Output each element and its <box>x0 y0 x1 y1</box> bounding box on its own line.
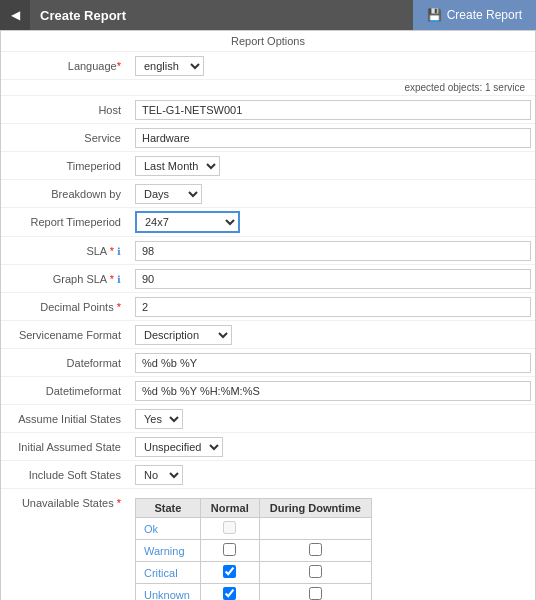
report-timeperiod-select[interactable]: 24x7 workhours non-workhours <box>135 211 240 233</box>
host-input[interactable] <box>135 100 531 120</box>
graph-sla-info-icon: ℹ <box>117 274 121 285</box>
warning-downtime-cell <box>259 540 371 562</box>
table-row: Ok <box>136 518 372 540</box>
section-title: Report Options <box>1 31 535 52</box>
unknown-downtime-checkbox[interactable] <box>309 587 322 600</box>
initial-assumed-state-row: Initial Assumed State Unspecified Ok War… <box>1 433 535 461</box>
initial-assumed-state-value: Unspecified Ok Warning Critical Unknown <box>131 434 535 460</box>
report-timeperiod-wrapper: 24x7 workhours non-workhours <box>135 211 531 233</box>
servicename-format-label: Servicename Format <box>1 325 131 345</box>
decimal-points-required: * <box>117 301 121 313</box>
table-row: Critical <box>136 562 372 584</box>
breakdown-row: Breakdown by Days Hours Weeks Months <box>1 180 535 208</box>
initial-assumed-state-select[interactable]: Unspecified Ok Warning Critical Unknown <box>135 437 223 457</box>
sla-input[interactable] <box>135 241 531 261</box>
normal-col-header: Normal <box>200 499 259 518</box>
dateformat-input[interactable] <box>135 353 531 373</box>
assume-initial-states-value: Yes No <box>131 406 535 432</box>
graph-sla-label: Graph SLA * ℹ <box>1 269 131 289</box>
page-title: Create Report <box>30 8 413 23</box>
unavailable-states-label: Unavailable States * <box>1 493 131 513</box>
include-soft-states-label: Include Soft States <box>1 465 131 485</box>
timeperiod-select[interactable]: Last Month Last Week Last Year Custom <box>135 156 220 176</box>
warning-normal-checkbox[interactable] <box>223 543 236 556</box>
service-row: Service <box>1 124 535 152</box>
datetimeformat-row: Datetimeformat <box>1 377 535 405</box>
report-form: Report Options Language* english deutsch… <box>0 30 536 600</box>
header: ◀ Create Report 💾 Create Report <box>0 0 536 30</box>
initial-assumed-state-label: Initial Assumed State <box>1 437 131 457</box>
state-col-header: State <box>136 499 201 518</box>
warning-normal-cell <box>200 540 259 562</box>
state-unknown: Unknown <box>136 584 201 601</box>
host-value <box>131 97 535 123</box>
graph-sla-row: Graph SLA * ℹ <box>1 265 535 293</box>
report-timeperiod-row: Report Timeperiod 24x7 workhours non-wor… <box>1 208 535 237</box>
during-downtime-col-header: During Downtime <box>259 499 371 518</box>
assume-initial-states-label: Assume Initial States <box>1 409 131 429</box>
decimal-points-label: Decimal Points * <box>1 297 131 317</box>
timeperiod-value: Last Month Last Week Last Year Custom <box>131 153 535 179</box>
report-timeperiod-label: Report Timeperiod <box>1 212 131 232</box>
ok-normal-checkbox[interactable] <box>223 521 236 534</box>
expected-objects: expected objects: 1 service <box>1 80 535 96</box>
unavailable-states-row: Unavailable States * State Normal During… <box>1 489 535 600</box>
datetimeformat-label: Datetimeformat <box>1 381 131 401</box>
state-ok: Ok <box>136 518 201 540</box>
create-report-label: Create Report <box>447 8 522 22</box>
sla-required: * <box>110 245 114 257</box>
table-row: Warning <box>136 540 372 562</box>
critical-normal-cell <box>200 562 259 584</box>
datetimeformat-input[interactable] <box>135 381 531 401</box>
decimal-points-input[interactable] <box>135 297 531 317</box>
report-timeperiod-value: 24x7 workhours non-workhours <box>131 208 535 236</box>
dateformat-value <box>131 350 535 376</box>
unknown-normal-checkbox[interactable] <box>223 587 236 600</box>
dateformat-row: Dateformat <box>1 349 535 377</box>
graph-sla-value <box>131 266 535 292</box>
assume-initial-states-row: Assume Initial States Yes No <box>1 405 535 433</box>
breakdown-label: Breakdown by <box>1 184 131 204</box>
host-label: Host <box>1 100 131 120</box>
state-warning: Warning <box>136 540 201 562</box>
service-input[interactable] <box>135 128 531 148</box>
sla-label: SLA * ℹ <box>1 241 131 261</box>
timeperiod-label: Timeperiod <box>1 156 131 176</box>
warning-downtime-checkbox[interactable] <box>309 543 322 556</box>
unknown-normal-cell <box>200 584 259 601</box>
assume-initial-states-select[interactable]: Yes No <box>135 409 183 429</box>
critical-downtime-checkbox[interactable] <box>309 565 322 578</box>
critical-downtime-cell <box>259 562 371 584</box>
critical-normal-checkbox[interactable] <box>223 565 236 578</box>
decimal-points-value <box>131 294 535 320</box>
unavailable-states-table-wrapper: State Normal During Downtime Ok Warning <box>131 493 535 600</box>
dateformat-label: Dateformat <box>1 353 131 373</box>
sla-row: SLA * ℹ <box>1 237 535 265</box>
language-label: Language* <box>1 56 131 76</box>
include-soft-states-row: Include Soft States No Yes <box>1 461 535 489</box>
datetimeformat-value <box>131 378 535 404</box>
graph-sla-required: * <box>110 273 114 285</box>
include-soft-states-select[interactable]: No Yes <box>135 465 183 485</box>
unknown-downtime-cell <box>259 584 371 601</box>
timeperiod-select-wrapper: Last Month Last Week Last Year Custom <box>135 156 531 176</box>
host-row: Host <box>1 96 535 124</box>
language-select[interactable]: english deutsch français <box>135 56 204 76</box>
language-required: * <box>117 60 121 72</box>
servicename-format-value: Description Short Name Plugin Output <box>131 322 535 348</box>
create-report-button[interactable]: 💾 Create Report <box>413 0 536 30</box>
unavailable-states-required: * <box>117 497 121 509</box>
language-value: english deutsch français <box>131 53 535 79</box>
sla-value <box>131 238 535 264</box>
servicename-format-select[interactable]: Description Short Name Plugin Output <box>135 325 232 345</box>
language-row: Language* english deutsch français <box>1 52 535 80</box>
timeperiod-row: Timeperiod Last Month Last Week Last Yea… <box>1 152 535 180</box>
include-soft-states-value: No Yes <box>131 462 535 488</box>
ok-normal-cell <box>200 518 259 540</box>
back-button[interactable]: ◀ <box>0 0 30 30</box>
sla-info-icon: ℹ <box>117 246 121 257</box>
graph-sla-input[interactable] <box>135 269 531 289</box>
breakdown-select[interactable]: Days Hours Weeks Months <box>135 184 202 204</box>
breakdown-value: Days Hours Weeks Months <box>131 181 535 207</box>
service-value <box>131 125 535 151</box>
